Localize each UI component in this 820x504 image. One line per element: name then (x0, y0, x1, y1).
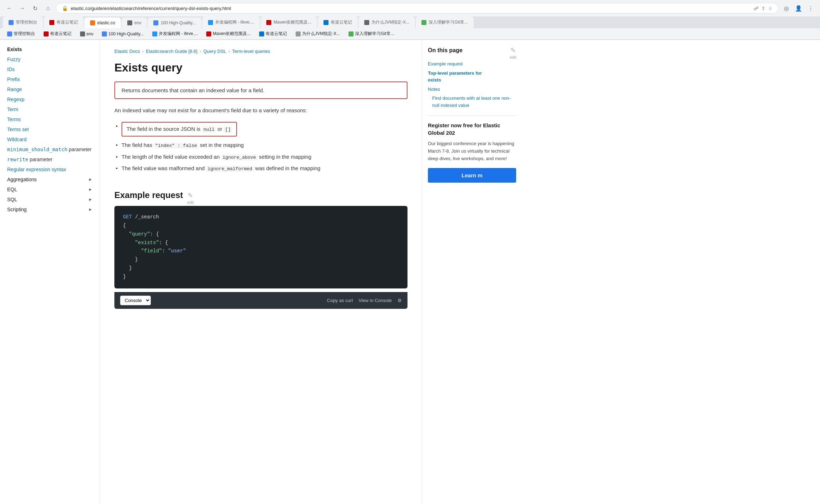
extensions-button[interactable]: ◎ (781, 3, 791, 13)
code-path: /_search (135, 214, 159, 220)
sidebar-item-term[interactable]: Term (0, 104, 100, 114)
toc-label: Top-level parameters forexists (428, 70, 482, 83)
sidebar-item-regexp[interactable]: Regexp (0, 94, 100, 104)
forward-button[interactable]: → (17, 3, 27, 13)
toc-item-example[interactable]: Example request (428, 59, 516, 69)
console-select[interactable]: Console (120, 296, 151, 305)
sidebar-item-prefix[interactable]: Prefix (0, 74, 100, 84)
tab-env[interactable]: env (122, 18, 147, 28)
browser-actions: ◎ 👤 ⋮ (781, 3, 816, 13)
sidebar-item-rewrite[interactable]: rewrite parameter (0, 154, 100, 164)
tab-guanli[interactable]: 管理控制台 (3, 16, 43, 28)
sidebar-item-minimum-should-match[interactable]: minimum_should_match parameter (0, 144, 100, 154)
sidebar-item-eql[interactable]: EQL ► (0, 184, 100, 194)
bullet-highlighted-item: The field in the source JSON is null or … (122, 122, 237, 137)
highlight-text: Returns documents that contain an indexe… (122, 87, 264, 93)
sidebar-item-aggregations[interactable]: Aggregations ► (0, 174, 100, 184)
learn-more-button[interactable]: Learn m (428, 168, 516, 183)
sidebar-item-label: Range (7, 87, 22, 92)
copy-curl-button[interactable]: Copy as curl (327, 298, 353, 303)
tab-active[interactable]: elastic.co (84, 18, 121, 28)
sidebar-item-terms-set[interactable]: Terms set (0, 124, 100, 134)
toc-label: Notes (428, 87, 440, 92)
sidebar-item-terms[interactable]: Terms (0, 114, 100, 124)
sidebar-item-ids[interactable]: IDs (0, 64, 100, 74)
breadcrumb-elastic-docs[interactable]: Elastic Docs (114, 49, 140, 54)
menu-button[interactable]: ⋮ (806, 3, 816, 13)
tab-label: 有道云笔记 (56, 19, 78, 25)
toc-label: Find documents with at least one non-nul… (432, 95, 511, 108)
code-line-5: "field": "user" (123, 247, 399, 256)
bookmark-favicon (44, 31, 49, 36)
bookmark-guanli[interactable]: 管理控制台 (4, 30, 38, 38)
sidebar-item-label: Wildcard (7, 137, 26, 142)
code-ignore-malformed: ignore_malformed (206, 166, 254, 172)
settings-icon[interactable]: ⚙ (397, 298, 402, 303)
code-null: null (202, 127, 216, 133)
tab-bingfa[interactable]: 并发编程网 - ifeve.... (202, 16, 260, 28)
promo-title-text: Register now free for Elastic Global 202 (428, 122, 500, 136)
sidebar-item-exists[interactable]: Exists (0, 44, 100, 54)
sidebar-item-label: Fuzzy (7, 56, 20, 62)
bookmark-maven[interactable]: Maven依赖范围及... (203, 30, 253, 38)
tab-label: Maven依赖范围及... (273, 19, 311, 25)
toc-item-find-docs[interactable]: Find documents with at least one non-nul… (428, 94, 516, 110)
bullet-list: The field in the source JSON is null or … (114, 120, 407, 174)
sidebar-item-regexp-syntax[interactable]: Regular expression syntax (0, 164, 100, 174)
bookmark-label: 有道云笔记 (50, 31, 71, 37)
toc-label: Example request (428, 61, 463, 66)
breadcrumb-query-dsl[interactable]: Query DSL (203, 49, 226, 54)
breadcrumb-term-level[interactable]: Term-level queries (232, 49, 270, 54)
bookmark-bingfa[interactable]: 并发编程网 - ifeve.... (149, 30, 201, 38)
main-layout: Exists Fuzzy IDs Prefix Range Regexp Ter… (0, 40, 820, 504)
sidebar-item-fuzzy[interactable]: Fuzzy (0, 54, 100, 64)
bookmark-label: 100 High-Quality... (108, 31, 144, 36)
content-area: Elastic Docs › Elasticsearch Guide [8.6]… (100, 40, 422, 504)
section-heading-container: Example request ✎ edit (114, 182, 407, 206)
code-line-2: { (123, 222, 399, 230)
home-button[interactable]: ⌂ (43, 3, 53, 13)
intro-text: An indexed value may not exist for a doc… (114, 106, 407, 115)
bookmark-youdao[interactable]: 有道云笔记 (41, 30, 74, 38)
bookmark-favicon (206, 31, 211, 36)
pencil-icon: ✎ (188, 192, 193, 199)
tab-100high[interactable]: 100 High-Quality... (148, 18, 202, 28)
sidebar-item-sql[interactable]: SQL ► (0, 194, 100, 204)
toc-item-toplevel[interactable]: Top-level parameters forexists (428, 69, 516, 85)
bookmark-100[interactable]: 100 High-Quality... (99, 30, 147, 38)
back-button[interactable]: ← (4, 3, 14, 13)
page-title: Exists query (114, 61, 407, 74)
profile-button[interactable]: 👤 (794, 3, 804, 13)
sidebar-item-label: SQL (7, 197, 17, 202)
code-line-3: "query": { (123, 230, 399, 239)
share-icon: ⇧ (761, 6, 765, 11)
reload-button[interactable]: ↻ (30, 3, 40, 13)
tab-jvm[interactable]: 为什么JVM指定-X... (359, 16, 415, 28)
sidebar-item-range[interactable]: Range (0, 84, 100, 94)
bookmark-label: 深入理解学习Git常... (355, 31, 394, 37)
view-console-button[interactable]: View in Console (359, 298, 392, 303)
bookmark-youdao2[interactable]: 有道云笔记 (256, 30, 290, 38)
sidebar-item-label: Scripting (7, 207, 26, 212)
toc-item-notes[interactable]: Notes (428, 85, 516, 94)
sidebar-item-label: Regular expression syntax (7, 167, 66, 172)
browser-chrome: ← → ↻ ⌂ 🔒 elastic.co/guide/en/elasticsea… (0, 0, 820, 40)
edit-button-top[interactable]: ✎ edit (510, 46, 516, 59)
sidebar-item-wildcard[interactable]: Wildcard (0, 134, 100, 144)
code-block-wrapper: GET /_search { "query": { "exists": { "f… (114, 206, 407, 308)
sidebar-item-label: EQL (7, 187, 17, 192)
sidebar-item-label: Exists (7, 46, 22, 52)
address-bar[interactable]: 🔒 elastic.co/guide/en/elasticsearch/refe… (56, 3, 779, 14)
tab-git[interactable]: 深入理解学习Git常... (416, 16, 473, 28)
tab-youdao[interactable]: 有道云笔记 (44, 16, 84, 28)
tab-label: 管理控制台 (16, 19, 37, 25)
sidebar-item-scripting[interactable]: Scripting ► (0, 204, 100, 214)
bookmark-jvm[interactable]: 为什么JVM指定-X... (293, 30, 343, 38)
bookmark-env[interactable]: env (77, 30, 96, 38)
breadcrumb-es-guide[interactable]: Elasticsearch Guide [8.6] (146, 49, 198, 54)
bookmark-git[interactable]: 深入理解学习Git常... (346, 30, 397, 38)
tab-youdao2[interactable]: 有道云笔记 (318, 16, 358, 28)
tab-maven[interactable]: Maven依赖范围及... (261, 16, 317, 28)
edit-button-example[interactable]: ✎ edit (187, 192, 194, 204)
promo-text: Our biggest conference year is happening… (428, 140, 516, 162)
